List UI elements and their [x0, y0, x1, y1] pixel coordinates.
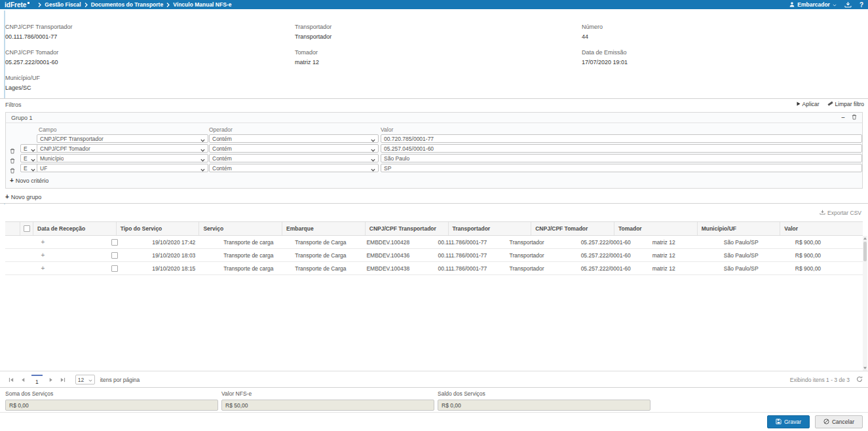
criterion-logic-select[interactable]: E — [20, 144, 39, 153]
column-header-valor[interactable]: Valor — [780, 222, 863, 235]
chevron-down-icon — [31, 147, 35, 153]
last-page-button[interactable] — [57, 377, 69, 383]
cancel-button[interactable]: Cancelar — [815, 415, 863, 428]
new-criterion-button[interactable]: + Novo critério — [10, 177, 48, 184]
filter-group-header: Grupo 1 − — [6, 113, 862, 123]
breadcrumb-item-gestao-fiscal[interactable]: Gestão Fiscal — [45, 1, 81, 8]
chevron-down-icon — [88, 377, 92, 383]
delete-criterion-button[interactable] — [10, 164, 15, 176]
cell-servico: Transporte de Carga — [291, 262, 362, 274]
filters-actions: Aplicar Limpar filtro — [797, 101, 864, 107]
user-menu-embarcador[interactable]: Embarcador — [789, 1, 837, 9]
chevron-down-icon — [200, 137, 205, 143]
page-size-select[interactable]: 12 — [75, 375, 95, 384]
column-header-municipio-uf[interactable]: Município/UF — [697, 222, 780, 235]
user-icon — [789, 1, 795, 9]
cell-embarque: EMBDEV.100436 — [362, 249, 434, 261]
criterion-logic-select[interactable]: E — [20, 164, 39, 172]
table-row[interactable]: + 19/10/2020 18:03 Transporte de carga T… — [5, 249, 863, 262]
criterion-value-input[interactable] — [381, 164, 862, 172]
chevron-down-icon — [371, 157, 375, 163]
checkbox-icon — [24, 225, 30, 232]
cell-municipio-uf: São Paulo/SP — [720, 236, 791, 248]
row-checkbox[interactable] — [77, 236, 148, 248]
chevron-down-icon — [833, 1, 837, 8]
column-header-cnpj-tomador[interactable]: CNPJ/CPF Tomador — [531, 222, 614, 235]
page-number[interactable]: 1 — [31, 375, 43, 385]
criterion-field-select[interactable]: CNPJ/CPF Transportador — [37, 134, 208, 143]
cell-embarque: EMBDEV.100428 — [362, 236, 434, 248]
cell-servico: Transporte de Carga — [291, 249, 362, 261]
field-label: Transportador — [295, 24, 331, 30]
scrollbar-thumb[interactable] — [863, 242, 867, 261]
criterion-value-input[interactable] — [381, 154, 862, 162]
field-data-emissao: Data de Emissão 17/07/2020 19:01 — [582, 49, 628, 66]
column-header-servico[interactable]: Serviço — [198, 222, 282, 235]
criterion-operator-select[interactable]: Contém — [209, 134, 379, 143]
criterion-value-input[interactable] — [381, 134, 862, 143]
total-label: Valor NFS-e — [221, 390, 434, 397]
first-page-button[interactable] — [5, 377, 17, 383]
criterion-field-select[interactable]: Município — [37, 154, 208, 162]
new-group-button[interactable]: + Novo grupo — [5, 193, 41, 200]
criterion-logic-select[interactable]: E — [20, 154, 39, 162]
chevron-down-icon — [200, 147, 205, 153]
column-header-transportador[interactable]: Transportador — [448, 222, 531, 235]
criterion-field-select[interactable]: UF — [37, 164, 208, 172]
previous-page-button[interactable] — [17, 377, 29, 383]
scroll-up-icon[interactable] — [863, 236, 867, 241]
next-page-button[interactable] — [45, 377, 57, 383]
field-value: Lages/SC — [5, 84, 40, 91]
export-csv-button[interactable]: Exportar CSV — [820, 210, 861, 216]
app-logo: idFrete — [5, 1, 29, 9]
criterion-operator-select[interactable]: Contém — [209, 154, 379, 162]
checkbox-icon — [111, 265, 118, 272]
select-all-checkbox[interactable] — [20, 222, 33, 235]
help-button[interactable]: ? — [859, 1, 863, 9]
scroll-down-icon[interactable] — [863, 365, 867, 371]
cell-tomador: matriz 12 — [649, 262, 720, 274]
field-value: Transportador — [295, 33, 331, 40]
column-header-embarque[interactable]: Embarque — [282, 222, 365, 235]
row-checkbox[interactable] — [77, 249, 148, 261]
table-row[interactable]: + 19/10/2020 17:42 Transporte de carga T… — [5, 236, 863, 249]
cell-cnpj-tomador: 05.257.222/0001-60 — [577, 262, 649, 274]
column-header-tipo-servico[interactable]: Tipo do Serviço — [116, 222, 199, 235]
clear-filter-button[interactable]: Limpar filtro — [827, 101, 864, 107]
cell-valor: R$ 900,00 — [791, 236, 863, 248]
field-label: Município/UF — [5, 75, 40, 81]
cell-tipo-servico: Transporte de carga — [219, 262, 291, 274]
breadcrumb-item-vinculo-manual-nfse[interactable]: Vínculo Manual NFS-e — [173, 1, 231, 8]
vertical-scrollbar[interactable] — [863, 236, 867, 371]
criterion-value-input[interactable] — [381, 144, 862, 153]
delete-group-button[interactable] — [852, 114, 857, 121]
criterion-operator-select[interactable]: Contém — [209, 144, 379, 153]
plus-icon: + — [10, 177, 14, 184]
cell-embarque: EMBDEV.100438 — [362, 262, 434, 274]
download-button[interactable] — [844, 0, 852, 10]
column-header-data-recepcao[interactable]: Data de Recepção — [33, 222, 116, 235]
collapse-group-button[interactable]: − — [841, 115, 845, 121]
chevron-down-icon — [371, 137, 375, 143]
cell-data-recepcao: 19/10/2020 17:42 — [148, 236, 219, 248]
field-label: Tomador — [295, 49, 319, 56]
criterion-field-select[interactable]: CNPJ/CPF Tomador — [37, 144, 208, 153]
field-transportador: Transportador Transportador — [295, 24, 331, 40]
field-cnpj-tomador: CNPJ/CPF Tomador 05.257.222/0001-60 — [5, 49, 58, 66]
apply-filter-button[interactable]: Aplicar — [797, 101, 820, 107]
table-row[interactable]: + 19/10/2020 18:15 Transporte de carga T… — [5, 262, 863, 275]
column-header-cnpj-transportador[interactable]: CNPJ/CPF Transportador — [365, 222, 448, 235]
chevron-down-icon — [371, 147, 375, 153]
criterion-operator-select[interactable]: Contém — [209, 164, 379, 172]
breadcrumb-item-documentos-transporte[interactable]: Documentos do Transporte — [91, 1, 164, 8]
field-cnpj-transportador: CNPJ/CPF Transportador 00.111.786/0001-7… — [5, 24, 73, 40]
refresh-button[interactable] — [856, 376, 863, 384]
chevron-down-icon — [31, 166, 35, 173]
row-checkbox[interactable] — [77, 262, 148, 274]
save-button[interactable]: Gravar — [767, 415, 810, 428]
column-header-tomador[interactable]: Tomador — [614, 222, 697, 235]
cell-cnpj-tomador: 05.257.222/0001-60 — [577, 249, 649, 261]
expand-row-button[interactable]: + — [5, 262, 77, 274]
expand-row-button[interactable]: + — [5, 236, 77, 248]
expand-row-button[interactable]: + — [5, 249, 77, 261]
